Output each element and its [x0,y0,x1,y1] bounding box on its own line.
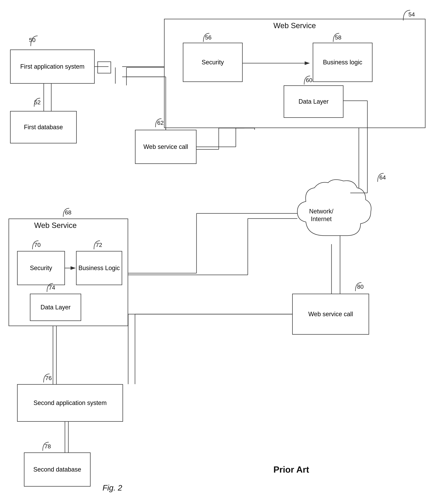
business-logic-top-label: Business logic [323,58,362,66]
svg-text:Network/: Network/ [309,208,333,215]
fig-caption: Fig. 2 [102,483,122,492]
web-service-bottom-label: Web Service [34,221,77,230]
prior-art-caption: Prior Art [273,464,309,475]
bracket-60 [299,74,313,86]
data-layer-bottom-label: Data Layer [40,303,71,311]
diagram: First application system 50 First databa… [0,0,433,504]
web-service-call-top-label: Web service call [143,143,188,151]
first-app-box: First application system [10,50,95,84]
first-db-box: First database [10,111,77,144]
security-top-box: Security [183,43,243,82]
second-db-box: Second database [24,452,91,486]
bracket-68 [58,207,72,218]
arrow-sec-biz-top [243,58,314,68]
business-logic-top-box: Business logic [313,43,372,82]
bracket-62 [150,117,164,129]
bracket-78 [37,441,51,452]
second-app-box: Second application system [17,384,123,422]
second-app-label: Second application system [34,399,107,407]
security-bottom-label: Security [30,264,52,272]
security-top-label: Security [202,58,224,66]
bracket-80 [350,281,364,293]
bracket-50 [22,34,36,48]
first-db-label: First database [24,123,63,131]
second-db-label: Second database [33,466,81,474]
security-bottom-box: Security [17,251,65,285]
bracket-52 [27,97,41,108]
business-logic-bottom-label: Business Logic [78,264,120,272]
data-layer-top-label: Data Layer [298,98,329,106]
network-cloud: Network/ Internet [290,179,372,244]
bracket-58 [328,32,342,44]
data-layer-bottom-box: Data Layer [30,294,81,321]
data-layer-top-box: Data Layer [284,85,343,118]
bracket-64 [372,171,386,184]
bracket-72 [89,239,102,251]
arrow-sec-biz-bottom [65,263,79,273]
bracket-56 [198,32,212,44]
web-service-call-top-box: Web service call [135,130,196,164]
bracket-54 [398,9,412,22]
connector-box-50 [97,62,111,73]
web-service-top-label: Web Service [273,21,316,30]
bracket-70 [27,239,41,251]
first-app-label: First application system [20,63,84,71]
svg-text:Internet: Internet [311,216,332,223]
web-service-call-bottom-label: Web service call [308,310,353,318]
bracket-74 [42,282,55,294]
business-logic-bottom-box: Business Logic [76,251,122,285]
web-service-call-bottom-box: Web service call [292,294,369,335]
bracket-76 [38,372,52,384]
